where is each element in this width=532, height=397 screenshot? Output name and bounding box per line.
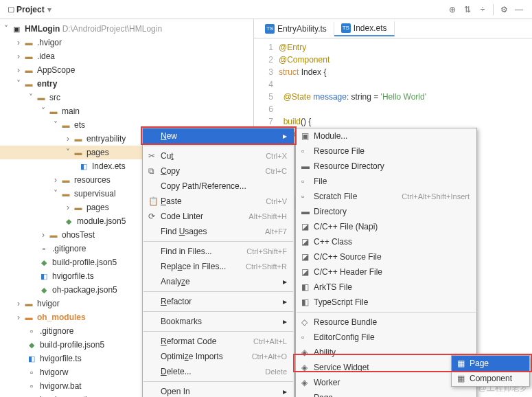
menu-editorconfig[interactable]: ▫EditorConfig File (296, 330, 476, 345)
menu-file[interactable]: ▫File (296, 174, 476, 189)
menu-cpp-hdr[interactable]: ◪C/C++ Header File (296, 264, 476, 280)
menu-label: ArkTS File (314, 282, 470, 292)
tree-item[interactable]: .idea (37, 52, 55, 61)
menu-optimize[interactable]: Optimize ImportsCtrl+Alt+O (143, 349, 294, 364)
menu-page[interactable]: ▫Page (296, 390, 476, 397)
menu-paste[interactable]: 📋PasteCtrl+V (143, 194, 294, 209)
chevron-down-icon[interactable]: ˅ (51, 120, 60, 130)
menu-replace-in-files[interactable]: Replace in Files...Ctrl+Shift+R (143, 259, 294, 274)
menu-delete[interactable]: Delete...Delete (143, 364, 294, 379)
chevron-down-icon[interactable]: ˅ (26, 93, 36, 102)
menu-analyze[interactable]: Analyze▸ (143, 274, 294, 289)
tree-item[interactable]: supervisual (74, 189, 116, 198)
folder-icon: ▬ (73, 202, 84, 213)
folder-icon: ▬ (36, 92, 47, 103)
menu-scratch[interactable]: ▫Scratch FileCtrl+Alt+Shift+Insert (296, 189, 476, 204)
chevron-right-icon[interactable]: › (38, 230, 48, 240)
tree-item[interactable]: pages (86, 203, 109, 212)
page-icon: ▫ (301, 393, 314, 397)
menu-cpp-src[interactable]: ◪C/C++ Source File (296, 249, 476, 264)
menu-service-widget[interactable]: ◈Service Widget (296, 360, 476, 375)
code-token: struct (279, 67, 299, 77)
menu-resource-dir[interactable]: ▬Resource Directory (296, 159, 476, 174)
project-dropdown-icon[interactable]: ▾ (47, 5, 51, 14)
tree-item[interactable]: hvigorw.bat (40, 381, 82, 391)
menu-find-in-files[interactable]: Find in Files...Ctrl+Shift+F (143, 244, 294, 259)
tree-item[interactable]: .gitignore (40, 326, 73, 336)
menu-arkts[interactable]: ◧ArkTS File (296, 280, 476, 295)
tree-item[interactable]: build-profile.json5 (52, 258, 117, 267)
menu-res-bundle[interactable]: ◇Resource Bundle (296, 315, 476, 330)
menu-copy-path[interactable]: Copy Path/Reference... (143, 179, 294, 194)
menu-resource-file[interactable]: ▫Resource File (296, 144, 476, 159)
chevron-right-icon[interactable]: › (51, 175, 60, 185)
folder-icon: ▬ (60, 120, 71, 131)
menu-ts-file[interactable]: ◧TypeScript File (296, 295, 476, 310)
menu-visual-component[interactable]: ▦Component (452, 371, 529, 386)
tree-item[interactable]: entry (37, 79, 57, 89)
menu-label: C/C++ Header File (314, 267, 470, 277)
tree-item[interactable]: hvigorw (40, 367, 68, 377)
code-token: @State (284, 92, 311, 102)
tree-item[interactable]: oh_modules (37, 313, 86, 322)
menu-code-linter[interactable]: ⟳Code LinterAlt+Shift+H (143, 209, 294, 224)
menu-open-in[interactable]: Open In▸ (143, 384, 294, 397)
chevron-right-icon[interactable]: › (14, 313, 23, 322)
chevron-right-icon[interactable]: › (14, 38, 23, 47)
tree-item[interactable]: hvigor (37, 299, 60, 308)
menu-label: Bookmarks (161, 317, 269, 326)
menu-cpp-napi[interactable]: ◪C/C++ File (Napi) (296, 219, 476, 234)
menu-ability[interactable]: ◈Ability (296, 345, 476, 360)
chevron-right-icon[interactable]: › (14, 65, 23, 75)
chevron-down-icon[interactable]: ˅ (38, 106, 48, 116)
tree-item[interactable]: ets (74, 120, 85, 130)
menu-cpp-class[interactable]: ◪C++ Class (296, 234, 476, 249)
tree-item[interactable]: hvigorfile.ts (52, 271, 94, 281)
project-label[interactable]: Project (16, 5, 45, 14)
tree-item[interactable]: ohosTest (62, 230, 95, 240)
locate-icon[interactable]: ⊕ (445, 2, 460, 17)
tab-entryability[interactable]: TSEntryAbility.ts (258, 22, 334, 36)
chevron-right-icon[interactable]: › (63, 203, 73, 212)
menu-copy[interactable]: ⧉CopyCtrl+C (143, 163, 294, 179)
chevron-down-icon[interactable]: ˅ (1, 24, 11, 34)
gear-icon[interactable]: ⚙ (496, 2, 511, 17)
tree-item[interactable]: main (62, 106, 80, 116)
tree-item[interactable]: module.json5 (77, 216, 126, 226)
chevron-right-icon[interactable]: › (63, 134, 73, 144)
tree-item[interactable]: .gitignore (52, 244, 86, 253)
chevron-down-icon[interactable]: ˅ (63, 148, 73, 157)
tree-item[interactable]: hvigorfile.ts (40, 354, 82, 363)
tree-item[interactable]: AppScope (37, 65, 75, 75)
tree-item[interactable]: resources (74, 175, 111, 185)
tree-item[interactable]: build-profile.json5 (40, 340, 104, 350)
menu-visual-page[interactable]: ▦Page (452, 356, 529, 371)
tree-item-pages[interactable]: pages (86, 148, 109, 157)
menu-find-usages[interactable]: Find UsagesAlt+F7 (143, 224, 294, 239)
hide-icon[interactable]: — (511, 2, 527, 17)
code-token: @Component (279, 55, 329, 65)
collapse-icon[interactable]: ÷ (475, 2, 490, 17)
chevron-down-icon[interactable]: ˅ (14, 79, 23, 89)
menu-new[interactable]: New▸ (143, 128, 294, 144)
chevron-down-icon[interactable]: ˅ (51, 189, 60, 198)
tree-item[interactable]: Index.ets (92, 161, 126, 171)
menu-reformat[interactable]: Reformat CodeCtrl+Alt+L (143, 334, 294, 349)
chevron-right-icon[interactable]: › (14, 52, 23, 61)
config-icon: ▫ (301, 332, 314, 342)
tree-item[interactable]: src (49, 93, 60, 102)
menu-refactor[interactable]: Refactor▸ (143, 294, 294, 309)
menu-cut[interactable]: ✂CutCtrl+X (143, 148, 294, 163)
chevron-right-icon[interactable]: › (14, 299, 23, 308)
tree-item[interactable]: oh-package.json5 (52, 285, 117, 295)
menu-directory[interactable]: ▬Directory (296, 204, 476, 219)
expand-icon[interactable]: ⇅ (460, 2, 475, 17)
tab-index[interactable]: TSIndex.ets (334, 21, 395, 36)
menu-worker[interactable]: ◈Worker (296, 375, 476, 390)
menu-module[interactable]: ▣Module... (296, 128, 476, 144)
submenu-arrow-icon: ▸ (283, 131, 287, 141)
menu-bookmarks[interactable]: Bookmarks▸ (143, 314, 294, 329)
tree-item[interactable]: entryability (86, 134, 126, 144)
tree-root[interactable]: HMLogin (25, 24, 60, 34)
tree-item[interactable]: .hvigor (37, 38, 62, 47)
